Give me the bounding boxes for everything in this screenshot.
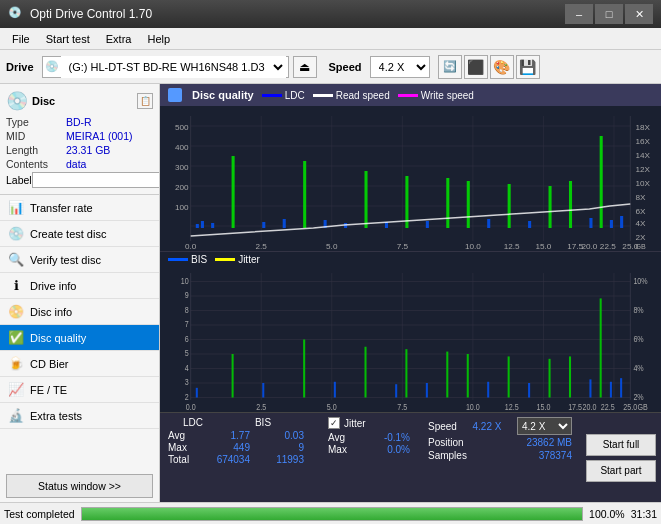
- bottom-chart-svg: 10 9 8 7 6 5 4 3 2 10% 8% 6% 4% 2% 0.0: [160, 267, 661, 412]
- svg-text:2.5: 2.5: [256, 242, 268, 251]
- minimize-button[interactable]: –: [565, 4, 593, 24]
- format-button[interactable]: 🎨: [490, 55, 514, 79]
- sidebar-label-cd-bier: CD Bier: [30, 358, 69, 370]
- svg-text:16X: 16X: [635, 137, 650, 146]
- speed-select-stats[interactable]: 4.2 X: [517, 417, 572, 435]
- sidebar-item-drive-info[interactable]: ℹ Drive info: [0, 273, 159, 299]
- svg-rect-44: [232, 156, 235, 228]
- disc-panel-title: Disc: [32, 95, 55, 107]
- svg-text:200: 200: [175, 183, 189, 192]
- sidebar-item-disc-quality[interactable]: ✅ Disc quality: [0, 325, 159, 351]
- svg-rect-109: [196, 388, 198, 398]
- svg-text:12.5: 12.5: [505, 402, 520, 412]
- svg-rect-121: [508, 356, 510, 397]
- bottom-chart: 10 9 8 7 6 5 4 3 2 10% 8% 6% 4% 2% 0.0: [160, 267, 661, 412]
- save-button[interactable]: 💾: [516, 55, 540, 79]
- disc-length-value: 23.31 GB: [66, 144, 110, 156]
- svg-rect-50: [364, 171, 367, 228]
- menu-file[interactable]: File: [4, 31, 38, 47]
- close-button[interactable]: ✕: [625, 4, 653, 24]
- legend-ldc-label: LDC: [285, 90, 305, 101]
- stats-max-row: Max 449 9: [168, 442, 312, 453]
- svg-text:10: 10: [181, 276, 190, 286]
- svg-rect-62: [600, 136, 603, 228]
- disc-info-icon: 📀: [8, 304, 24, 320]
- svg-rect-60: [569, 181, 572, 228]
- svg-text:8%: 8%: [633, 305, 643, 315]
- jitter-checkbox[interactable]: ✓: [328, 417, 340, 429]
- svg-rect-45: [262, 222, 265, 228]
- svg-text:10.0: 10.0: [466, 402, 481, 412]
- legend-write-speed-label: Write speed: [421, 90, 474, 101]
- menu-start-test[interactable]: Start test: [38, 31, 98, 47]
- ldc-header: LDC: [168, 417, 218, 428]
- chart-icon: [168, 88, 182, 102]
- jitter-max-val: 0.0%: [360, 444, 410, 455]
- svg-text:6X: 6X: [635, 207, 646, 216]
- max-ldc-val: 449: [200, 442, 250, 453]
- svg-rect-113: [334, 382, 336, 398]
- disc-icon: 💿: [6, 90, 28, 112]
- create-test-icon: 💿: [8, 226, 24, 242]
- sidebar-item-transfer-rate[interactable]: 📊 Transfer rate: [0, 195, 159, 221]
- transfer-rate-icon: 📊: [8, 200, 24, 216]
- sidebar-item-cd-bier[interactable]: 🍺 CD Bier: [0, 351, 159, 377]
- total-label: Total: [168, 454, 196, 465]
- svg-rect-41: [196, 224, 199, 228]
- verify-test-icon: 🔍: [8, 252, 24, 268]
- sidebar-item-extra-tests[interactable]: 🔬 Extra tests: [0, 403, 159, 429]
- top-chart-svg: 500 400 300 200 100 18X 16X 14X 12X 10X …: [160, 106, 661, 251]
- svg-rect-127: [610, 382, 612, 398]
- sidebar-label-disc-quality: Disc quality: [30, 332, 86, 344]
- eject-button[interactable]: ⏏: [293, 56, 317, 78]
- stats-total-row: Total 674034 11993: [168, 454, 312, 465]
- start-full-button[interactable]: Start full: [586, 434, 656, 456]
- disc-copy-btn[interactable]: 📋: [137, 93, 153, 109]
- svg-text:10.0: 10.0: [465, 242, 481, 251]
- sidebar-item-disc-info[interactable]: 📀 Disc info: [0, 299, 159, 325]
- chart-header: Disc quality LDC Read speed Write speed: [160, 84, 661, 106]
- bottom-chart-legend: BIS Jitter: [160, 251, 661, 267]
- cd-bier-icon: 🍺: [8, 356, 24, 372]
- svg-rect-118: [446, 352, 448, 398]
- erase-button[interactable]: ⬛: [464, 55, 488, 79]
- sidebar-item-create-test[interactable]: 💿 Create test disc: [0, 221, 159, 247]
- total-bis-val: 11993: [254, 454, 304, 465]
- svg-rect-122: [528, 383, 530, 398]
- app-icon: 💿: [8, 6, 24, 22]
- sidebar-item-fe-te[interactable]: 📈 FE / TE: [0, 377, 159, 403]
- drive-info-icon: ℹ: [8, 278, 24, 294]
- svg-rect-0: [160, 106, 661, 251]
- svg-text:6: 6: [185, 334, 190, 344]
- svg-rect-123: [549, 359, 551, 398]
- legend-bis: BIS: [168, 254, 207, 265]
- menu-help[interactable]: Help: [139, 31, 178, 47]
- drive-label: Drive: [6, 61, 34, 73]
- speed-label: Speed: [428, 421, 457, 432]
- main-layout: 💿 Disc 📋 Type BD-R MID MEIRA1 (001) Leng…: [0, 84, 661, 502]
- bis-header: BIS: [238, 417, 288, 428]
- avg-ldc-val: 1.77: [200, 430, 250, 441]
- svg-text:22.5: 22.5: [600, 242, 616, 251]
- disc-label-input[interactable]: [32, 172, 160, 188]
- status-window-button[interactable]: Status window >>: [6, 474, 153, 498]
- disc-contents-row: Contents data: [6, 158, 153, 170]
- disc-label-row: Label ✎: [6, 172, 153, 188]
- svg-text:2.5: 2.5: [256, 402, 267, 412]
- window-controls: – □ ✕: [565, 4, 653, 24]
- title-bar: 💿 Opti Drive Control 1.70 – □ ✕: [0, 0, 661, 28]
- refresh-button[interactable]: 🔄: [438, 55, 462, 79]
- svg-rect-57: [508, 184, 511, 228]
- maximize-button[interactable]: □: [595, 4, 623, 24]
- drive-select[interactable]: (G:) HL-DT-ST BD-RE WH16NS48 1.D3: [61, 56, 286, 78]
- speed-select[interactable]: 4.2 X: [370, 56, 430, 78]
- jitter-header-row: ✓ Jitter: [328, 417, 412, 429]
- progress-text: 100.0%: [589, 508, 625, 520]
- svg-text:18X: 18X: [635, 123, 650, 132]
- sidebar-item-verify-test[interactable]: 🔍 Verify test disc: [0, 247, 159, 273]
- svg-text:15.0: 15.0: [536, 402, 551, 412]
- start-part-button[interactable]: Start part: [586, 460, 656, 482]
- position-value: 23862 MB: [526, 437, 572, 448]
- menu-extra[interactable]: Extra: [98, 31, 140, 47]
- svg-text:15.0: 15.0: [535, 242, 551, 251]
